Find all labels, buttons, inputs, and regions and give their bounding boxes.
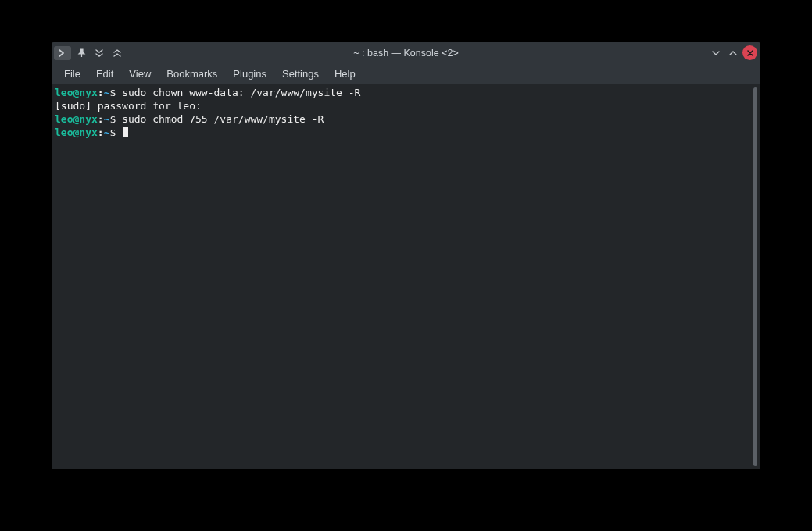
- scrollbar-thumb[interactable]: [753, 87, 757, 466]
- menu-file[interactable]: File: [56, 65, 88, 83]
- terminal-line: leo@nyx:~$ sudo chown www-data: /var/www…: [55, 86, 747, 99]
- pin-icon[interactable]: [73, 45, 89, 61]
- prompt-separator: :: [98, 87, 104, 98]
- terminal-container: leo@nyx:~$ sudo chown www-data: /var/www…: [52, 84, 760, 469]
- terminal-line: leo@nyx:~$ sudo chmod 755 /var/www/mysit…: [55, 112, 747, 126]
- terminal-output: [sudo] password for leo:: [55, 100, 208, 112]
- maximize-button[interactable]: [725, 45, 741, 61]
- shade-up-icon[interactable]: [109, 45, 125, 61]
- menu-help[interactable]: Help: [327, 65, 363, 83]
- menubar: File Edit View Bookmarks Plugins Setting…: [52, 63, 760, 84]
- terminal-line: leo@nyx:~$: [55, 126, 747, 139]
- titlebar-right-controls: [708, 45, 760, 61]
- terminal[interactable]: leo@nyx:~$ sudo chown www-data: /var/www…: [52, 84, 750, 469]
- app-menu-icon[interactable]: [54, 46, 71, 60]
- shade-down-icon[interactable]: [91, 45, 107, 61]
- prompt-symbol: $: [109, 113, 116, 125]
- titlebar-left-controls: [52, 45, 125, 61]
- menu-edit[interactable]: Edit: [88, 65, 121, 83]
- terminal-command: sudo chown www-data: /var/www/mysite -R: [122, 87, 360, 98]
- close-button[interactable]: [742, 45, 757, 60]
- prompt-user-host: leo@nyx: [55, 87, 98, 98]
- prompt-separator: :: [98, 113, 104, 125]
- prompt-user-host: leo@nyx: [55, 127, 98, 138]
- menu-plugins[interactable]: Plugins: [225, 65, 274, 83]
- konsole-window: ~ : bash — Konsole <2> File Edit View Bo…: [52, 42, 760, 469]
- window-title: ~ : bash — Konsole <2>: [52, 48, 760, 59]
- prompt-symbol: $: [109, 127, 116, 138]
- terminal-command: sudo chmod 755 /var/www/mysite -R: [122, 113, 324, 125]
- terminal-cursor: [123, 127, 128, 137]
- prompt-separator: :: [98, 127, 104, 138]
- terminal-line: [sudo] password for leo:: [55, 99, 747, 112]
- minimize-button[interactable]: [708, 45, 724, 61]
- scrollbar[interactable]: [750, 84, 760, 469]
- prompt-user-host: leo@nyx: [55, 113, 98, 125]
- menu-bookmarks[interactable]: Bookmarks: [159, 65, 225, 83]
- menu-view[interactable]: View: [121, 65, 159, 83]
- titlebar[interactable]: ~ : bash — Konsole <2>: [52, 42, 760, 63]
- menu-settings[interactable]: Settings: [274, 65, 327, 83]
- prompt-symbol: $: [109, 87, 116, 98]
